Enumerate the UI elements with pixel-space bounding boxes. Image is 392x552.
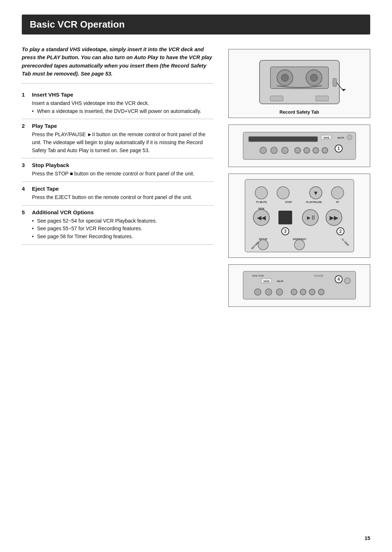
step-4-body: Press the EJECT button on the remote con… xyxy=(32,194,214,202)
svg-text:◀◀: ◀◀ xyxy=(257,215,266,221)
svg-point-63 xyxy=(276,289,283,295)
right-column: Record Safety Tab VHS Hi-Fi xyxy=(228,45,370,307)
diagram-remote-box: ▼ TV MUTE STOP PLAY/PAUSE FF REW ◀◀ xyxy=(228,174,370,258)
svg-point-61 xyxy=(254,289,261,295)
svg-text:TV MUTE: TV MUTE xyxy=(256,201,267,203)
svg-text:DVD VCR: DVD VCR xyxy=(252,275,264,277)
svg-point-65 xyxy=(300,289,306,295)
step-4-number: 4 xyxy=(22,186,28,192)
step-4-section: 4 Eject Tape Press the EJECT button on t… xyxy=(22,186,214,206)
svg-text:PLAY/PAUSE: PLAY/PAUSE xyxy=(306,201,322,203)
svg-point-17 xyxy=(260,147,266,154)
svg-point-20 xyxy=(295,147,301,153)
step-3-section: 3 Stop Playback Press the STOP ■ button … xyxy=(22,162,214,182)
step-3-title: Stop Playback xyxy=(32,162,69,168)
svg-text:2: 2 xyxy=(339,229,342,234)
svg-point-51 xyxy=(294,240,305,250)
left-column: To play a standard VHS videotape, simply… xyxy=(22,45,214,307)
svg-rect-12 xyxy=(249,137,318,142)
intro-paragraph: To play a standard VHS videotape, simply… xyxy=(22,45,214,84)
svg-point-66 xyxy=(309,289,315,295)
vcr-front-panel: VHS Hi-Fi xyxy=(241,129,358,163)
tape-illustration xyxy=(252,57,347,107)
svg-text:STOP: STOP xyxy=(285,201,292,203)
diagram-vcr-box: VHS Hi-Fi xyxy=(228,125,370,167)
svg-point-18 xyxy=(271,147,277,154)
page-header: Basic VCR Operation xyxy=(22,15,370,34)
step-2-title: Play Tape xyxy=(32,123,57,129)
step-3-number: 3 xyxy=(22,162,28,168)
svg-text:1: 1 xyxy=(337,146,340,151)
svg-text:FF: FF xyxy=(336,201,339,203)
svg-point-5 xyxy=(310,74,318,81)
svg-point-59 xyxy=(344,278,350,284)
content-layout: To play a standard VHS videotape, simply… xyxy=(22,45,370,307)
svg-text:Hi-Fi: Hi-Fi xyxy=(338,136,344,139)
remote-control: ▼ TV MUTE STOP PLAY/PAUSE FF REW ◀◀ xyxy=(243,178,356,254)
step-1-bullet-1: When a videotape is inserted, the DVD+VC… xyxy=(32,107,214,115)
svg-point-22 xyxy=(313,147,319,153)
step-4-title: Eject Tape xyxy=(32,186,59,192)
step-5-number: 5 xyxy=(22,209,28,215)
svg-text:▶▶: ▶▶ xyxy=(330,215,339,221)
step-5-bullet-1: See pages 52~54 for special VCR Playback… xyxy=(32,217,214,225)
svg-point-3 xyxy=(281,74,289,81)
svg-text:3: 3 xyxy=(284,229,286,234)
svg-point-27 xyxy=(255,187,268,199)
svg-point-67 xyxy=(318,289,324,295)
svg-rect-8 xyxy=(333,78,336,86)
svg-text:►II: ►II xyxy=(306,215,315,221)
svg-point-64 xyxy=(291,289,297,295)
step-1-section: 1 Insert VHS Tape Insert a standard VHS … xyxy=(22,92,214,119)
svg-text:VHS: VHS xyxy=(323,136,329,139)
svg-point-50 xyxy=(258,240,268,250)
page-number: 15 xyxy=(364,535,370,541)
tape-caption: Record Safety Tab xyxy=(229,107,370,118)
svg-text:4: 4 xyxy=(337,277,340,282)
step-2-section: 2 Play Tape Press the PLAY/PAUSE ►II but… xyxy=(22,123,214,158)
step-5-section: 5 Additional VCR Options See pages 52~54… xyxy=(22,209,214,245)
svg-rect-39 xyxy=(279,211,292,224)
step-3-body: Press the STOP ■ button on the remote co… xyxy=(32,170,214,178)
svg-text:Hi-Fi: Hi-Fi xyxy=(277,280,283,283)
step-2-body: Press the PLAY/PAUSE ►II button on the r… xyxy=(32,131,214,154)
svg-rect-6 xyxy=(270,96,283,101)
step-5-bullet-3: See page 58 for Timer Recording features… xyxy=(32,233,214,241)
svg-text:▼: ▼ xyxy=(313,190,319,196)
svg-point-31 xyxy=(331,187,344,199)
diagram-tape-box: Record Safety Tab xyxy=(228,49,370,118)
svg-point-62 xyxy=(265,289,272,295)
svg-point-21 xyxy=(304,147,310,153)
svg-text:TV/VCR: TV/VCR xyxy=(314,275,323,277)
step-2-number: 2 xyxy=(22,123,28,129)
svg-point-23 xyxy=(322,147,328,153)
step-1-title: Insert VHS Tape xyxy=(32,92,73,98)
svg-point-19 xyxy=(282,147,288,154)
svg-rect-7 xyxy=(316,96,328,101)
svg-point-16 xyxy=(347,135,352,140)
svg-text:VHS: VHS xyxy=(263,280,269,283)
step-1-body: Insert a standard VHS videotape into the… xyxy=(32,100,214,107)
svg-point-28 xyxy=(277,187,289,199)
eject-front-panel: DVD VCR VHS Hi-Fi TV/VCR xyxy=(241,268,358,303)
step-1-number: 1 xyxy=(22,92,28,98)
page-title: Basic VCR Operation xyxy=(30,19,362,30)
diagram-eject-box: DVD VCR VHS Hi-Fi TV/VCR xyxy=(228,264,370,307)
step-5-title: Additional VCR Options xyxy=(32,209,94,215)
step-5-bullet-2: See pages 55~57 for VCR Recording featur… xyxy=(32,225,214,233)
svg-marker-10 xyxy=(342,89,346,91)
